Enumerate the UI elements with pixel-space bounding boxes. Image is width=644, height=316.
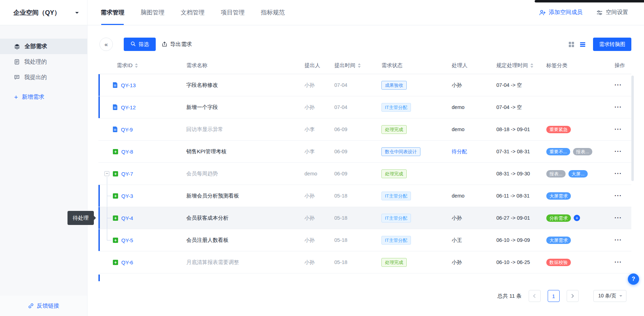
- add-member-button[interactable]: 添加空间成员: [539, 9, 582, 16]
- nav-tab[interactable]: 指标规范: [261, 0, 285, 25]
- document-icon: [113, 104, 118, 110]
- sort-icon[interactable]: [530, 63, 533, 68]
- table-body: QY-13字段名称修改小孙07-04成果验收小孙07-04 -> 空···QY-…: [98, 74, 631, 273]
- row-actions-button[interactable]: ···: [614, 214, 622, 221]
- requirement-id-cell: +QY-5: [98, 229, 186, 251]
- tag-badge: 分析需求: [546, 214, 571, 222]
- column-header[interactable]: 需求ID: [98, 62, 186, 69]
- status-cell: IT主管分配: [381, 103, 452, 112]
- metric-plus-icon: +: [113, 238, 118, 243]
- collapse-toggle[interactable]: −: [104, 171, 109, 176]
- pending-status-tooltip: 待处理: [67, 211, 94, 225]
- requirement-id-link[interactable]: QY-7: [121, 171, 133, 177]
- card-view-icon[interactable]: [568, 41, 574, 47]
- column-header[interactable]: 规定处理时间: [496, 62, 546, 69]
- metric-plus-icon: +: [113, 215, 118, 221]
- row-actions-button[interactable]: ···: [614, 259, 622, 266]
- status-cell: IT主管分配: [381, 214, 452, 223]
- status-badge: IT主管分配: [381, 192, 411, 200]
- requirement-id-link[interactable]: QY-8: [121, 149, 133, 155]
- prev-page-button[interactable]: [529, 290, 541, 302]
- proposer-cell: 小孙: [304, 193, 334, 199]
- export-label: 导出需求: [170, 41, 192, 48]
- add-tag-button[interactable]: +: [574, 215, 580, 221]
- current-page-button[interactable]: 1: [548, 290, 560, 302]
- row-actions-button[interactable]: ···: [614, 237, 622, 244]
- layers-icon: [14, 44, 20, 50]
- collapse-panel-button[interactable]: «: [99, 38, 113, 51]
- requirement-id-link[interactable]: QY-4: [121, 215, 133, 221]
- row-actions-button[interactable]: ···: [614, 104, 622, 111]
- deadline-cell: 06-27 -> 09-01: [496, 215, 546, 221]
- to-mindmap-button[interactable]: 需求转脑图: [593, 38, 631, 51]
- actions-cell: ···: [614, 104, 631, 111]
- nav-tab[interactable]: 脑图管理: [141, 0, 165, 25]
- sidebar-item-label: 我提出的: [24, 74, 47, 81]
- status-badge: 处理完成: [381, 125, 407, 134]
- nav-tab[interactable]: 项目管理: [221, 0, 245, 25]
- sort-icon[interactable]: [358, 63, 361, 68]
- main-content: « 筛选 导出需求 需求转脑图: [88, 25, 644, 316]
- deadline-cell: 06-11 -> 08-31: [496, 193, 546, 199]
- requirement-id-link[interactable]: QY-5: [121, 237, 133, 243]
- sort-icon[interactable]: [135, 63, 138, 68]
- row-actions-button[interactable]: ···: [614, 126, 622, 133]
- column-header: 处理人: [452, 62, 496, 69]
- proposed-time-cell: 05-18: [334, 237, 381, 243]
- page-size-value: 10 条/页: [598, 293, 616, 299]
- column-label: 提出时间: [334, 62, 355, 69]
- requirement-id-link[interactable]: QY-3: [121, 193, 133, 199]
- requirement-id-link[interactable]: QY-13: [121, 82, 136, 88]
- actions-cell: ···: [614, 214, 631, 222]
- requirement-id-link[interactable]: QY-9: [121, 127, 133, 133]
- row-actions-button[interactable]: ···: [614, 82, 622, 89]
- feedback-link[interactable]: 反馈链接: [0, 296, 87, 316]
- table-row[interactable]: +QY-6月底清算报表需要调整小孙05-18处理完成小孙06-10 -> 06-…: [98, 251, 631, 273]
- sidebar-item[interactable]: 我提出的: [0, 70, 87, 85]
- next-page-button[interactable]: [567, 290, 579, 302]
- help-button[interactable]: ?: [628, 273, 639, 285]
- table-row[interactable]: QY-13字段名称修改小孙07-04成果验收小孙07-04 -> 空···: [98, 74, 631, 96]
- proposer-cell: 小李: [304, 148, 334, 155]
- table-row[interactable]: −+QY-7会员每周趋势demo06-09处理完成08-31 -> 09-30报…: [98, 163, 631, 185]
- deadline-cell: 06-10 -> 06-25: [496, 259, 546, 265]
- table-row[interactable]: QY-9回访率显示异常小李06-09处理完成demo08-18 -> 09-01…: [98, 118, 631, 141]
- page-size-select[interactable]: 10 条/页: [593, 290, 626, 302]
- sidebar-item[interactable]: 我处理的: [0, 54, 87, 70]
- requirement-id-link[interactable]: QY-12: [121, 104, 136, 110]
- column-label: 标签分类: [546, 62, 567, 69]
- requirement-name-cell: 会员每周趋势: [186, 170, 304, 177]
- handler-cell[interactable]: 待分配: [452, 148, 496, 155]
- nav-tab[interactable]: 文档管理: [181, 0, 205, 25]
- export-requirements-button[interactable]: 导出需求: [162, 41, 192, 48]
- deadline-cell: 07-04 -> 空: [496, 104, 546, 111]
- requirement-id-link[interactable]: QY-6: [121, 259, 133, 265]
- nav-tab[interactable]: 需求管理: [101, 0, 124, 25]
- space-settings-label: 空间设置: [606, 9, 628, 16]
- row-actions-button[interactable]: ···: [614, 192, 622, 199]
- table-row[interactable]: QY-12新增一个字段小孙07-04IT主管分配demo07-04 -> 空··…: [98, 96, 631, 118]
- table-row[interactable]: +QY-5会员注册人数看板小孙05-18IT主管分配小王06-10 -> 09-…: [98, 229, 631, 251]
- sidebar-item[interactable]: 全部需求: [0, 39, 87, 54]
- row-actions-button[interactable]: ···: [614, 170, 622, 177]
- filter-button[interactable]: 筛选: [124, 38, 156, 51]
- row-actions-button[interactable]: ···: [614, 148, 622, 155]
- search-icon: [130, 41, 136, 47]
- requirement-id-cell: +QY-4: [98, 207, 186, 229]
- table-row[interactable]: +QY-8销售KPI管理考核小李06-09数仓中间表设计待分配07-31 -> …: [98, 141, 631, 163]
- space-settings-button[interactable]: 空间设置: [597, 9, 628, 16]
- table-scrollbar[interactable]: [631, 76, 634, 181]
- tags-cell: 重要紧急: [546, 126, 614, 133]
- handler-cell: demo: [452, 104, 496, 110]
- workspace-selector[interactable]: 企业空间（QY）: [0, 0, 88, 25]
- feedback-label: 反馈链接: [37, 302, 59, 310]
- workspace-name: 企业空间（QY）: [13, 8, 60, 17]
- column-header[interactable]: 提出时间: [334, 62, 381, 69]
- table-row[interactable]: +QY-3新增会员分析预测看板小孙05-18IT主管分配demo06-11 ->…: [98, 185, 631, 207]
- new-requirement-button[interactable]: + 新增需求: [0, 93, 87, 101]
- table-row[interactable]: +QY-4会员获客成本分析小孙05-18IT主管分配小孙06-27 -> 09-…: [98, 207, 631, 229]
- list-view-icon[interactable]: [580, 41, 586, 47]
- status-badge: 成果验收: [381, 81, 407, 90]
- add-member-label: 添加空间成员: [549, 9, 582, 16]
- chevron-down-icon: [619, 295, 622, 298]
